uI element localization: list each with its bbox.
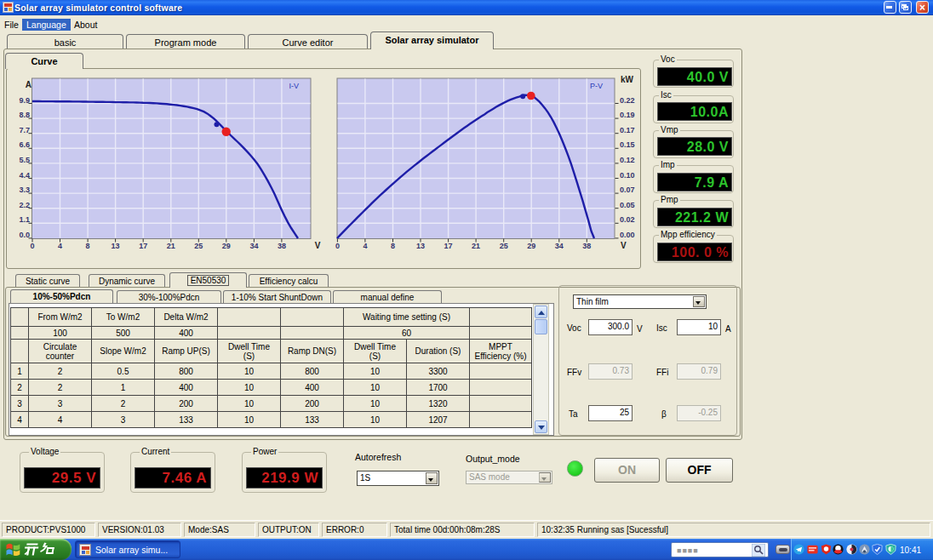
svg-text:kW: kW <box>621 75 634 84</box>
svg-text:P-V: P-V <box>590 82 603 90</box>
svg-text:13: 13 <box>112 242 120 250</box>
svg-text:3.3: 3.3 <box>19 186 30 194</box>
svg-text:0.15: 0.15 <box>620 140 635 149</box>
svg-text:0.10: 0.10 <box>620 171 635 180</box>
svg-text:7.7: 7.7 <box>19 126 30 134</box>
svg-text:0.19: 0.19 <box>620 111 635 119</box>
svg-text:0.0: 0.0 <box>19 231 30 239</box>
svg-text:21: 21 <box>472 242 480 250</box>
svg-text:4: 4 <box>58 242 62 250</box>
svg-text:17: 17 <box>139 242 147 250</box>
svg-text:34: 34 <box>555 242 564 250</box>
svg-text:25: 25 <box>500 242 508 250</box>
svg-text:0.17: 0.17 <box>620 126 635 134</box>
svg-text:6.6: 6.6 <box>19 140 30 149</box>
svg-text:8.8: 8.8 <box>19 111 30 119</box>
svg-text:4.4: 4.4 <box>19 171 30 180</box>
svg-text:13: 13 <box>416 242 425 250</box>
svg-text:0.05: 0.05 <box>620 201 635 209</box>
svg-text:0.12: 0.12 <box>620 156 635 164</box>
svg-text:25: 25 <box>194 242 203 250</box>
svg-text:0: 0 <box>30 242 34 250</box>
svg-text:17: 17 <box>444 242 453 250</box>
svg-text:I-V: I-V <box>289 82 299 90</box>
svg-text:1.1: 1.1 <box>19 215 30 224</box>
svg-text:8: 8 <box>86 242 90 250</box>
svg-text:29: 29 <box>222 242 231 250</box>
svg-text:0.02: 0.02 <box>620 215 635 224</box>
svg-text:21: 21 <box>167 242 175 250</box>
svg-text:9.9: 9.9 <box>19 96 30 105</box>
svg-text:V: V <box>315 241 321 250</box>
svg-text:V: V <box>621 241 627 250</box>
svg-text:4: 4 <box>363 242 367 250</box>
svg-text:0.22: 0.22 <box>620 96 635 105</box>
svg-text:34: 34 <box>249 242 258 250</box>
svg-text:A: A <box>26 80 31 89</box>
svg-text:0.00: 0.00 <box>620 231 635 239</box>
svg-text:8: 8 <box>391 242 395 250</box>
svg-text:38: 38 <box>582 242 591 250</box>
svg-text:2.2: 2.2 <box>19 201 30 209</box>
svg-text:5.5: 5.5 <box>19 156 30 164</box>
svg-text:0.07: 0.07 <box>620 186 635 194</box>
svg-text:38: 38 <box>278 242 286 250</box>
svg-text:0: 0 <box>335 242 340 250</box>
svg-text:29: 29 <box>527 242 535 250</box>
